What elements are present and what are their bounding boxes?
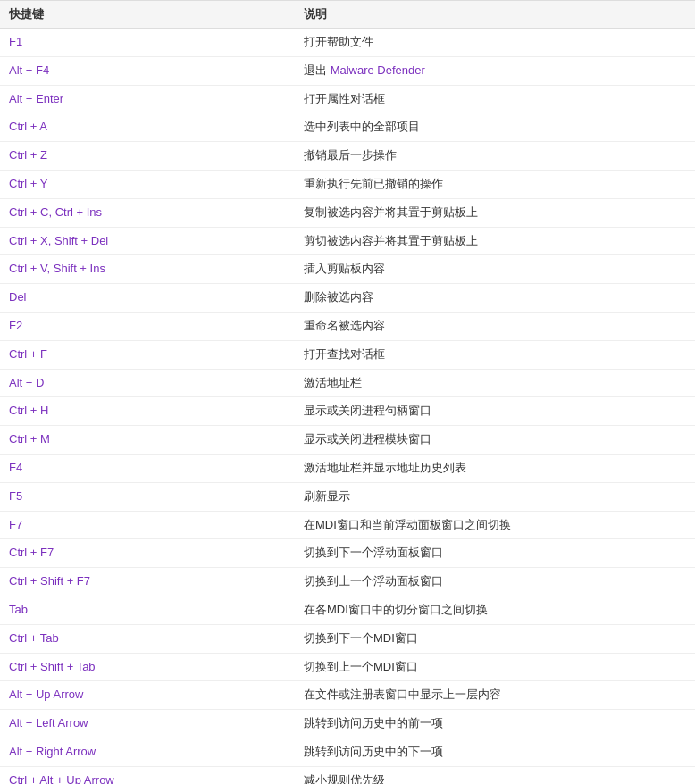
- table-row: Ctrl + Shift + F7切换到上一个浮动面板窗口: [0, 568, 695, 596]
- shortcut-key: Ctrl + C, Ctrl + Ins: [0, 198, 295, 227]
- shortcut-desc: 切换到下一个MDI窗口: [295, 624, 695, 653]
- shortcut-desc: 剪切被选内容并将其置于剪贴板上: [295, 227, 695, 255]
- shortcut-desc: 撤销最后一步操作: [295, 142, 695, 171]
- col-header-key: 快捷键: [0, 1, 295, 29]
- shortcut-key: Alt + Right Arrow: [0, 738, 295, 766]
- shortcut-key: F2: [0, 312, 295, 340]
- table-row: Alt + F4退出 Malware Defender: [0, 56, 695, 85]
- table-row: Tab在各MDI窗口中的切分窗口之间切换: [0, 596, 695, 624]
- shortcut-desc: 跳转到访问历史中的前一项: [295, 710, 695, 738]
- shortcut-key: Alt + D: [0, 369, 295, 397]
- shortcut-desc: 激活地址栏并显示地址历史列表: [295, 454, 695, 482]
- shortcut-desc: 插入剪贴板内容: [295, 255, 695, 284]
- shortcut-desc: 在各MDI窗口中的切分窗口之间切换: [295, 596, 695, 624]
- shortcut-key: F7: [0, 511, 295, 539]
- shortcut-desc: 重命名被选内容: [295, 312, 695, 340]
- shortcut-key: Tab: [0, 596, 295, 624]
- shortcut-key: Ctrl + Tab: [0, 624, 295, 653]
- table-row: Ctrl + Z撤销最后一步操作: [0, 142, 695, 171]
- shortcut-desc: 切换到上一个MDI窗口: [295, 653, 695, 681]
- shortcut-key: Ctrl + Alt + Up Arrow: [0, 766, 295, 784]
- shortcut-desc: 复制被选内容并将其置于剪贴板上: [295, 198, 695, 227]
- shortcut-desc: 刷新显示: [295, 482, 695, 511]
- table-row: Alt + Up Arrow在文件或注册表窗口中显示上一层内容: [0, 681, 695, 710]
- shortcut-table: 快捷键 说明 F1打开帮助文件Alt + F4退出 Malware Defend…: [0, 0, 695, 784]
- shortcut-desc: 打开查找对话框: [295, 340, 695, 369]
- table-row: Alt + D激活地址栏: [0, 369, 695, 397]
- shortcut-desc: 退出 Malware Defender: [295, 56, 695, 85]
- shortcut-key: Ctrl + A: [0, 113, 295, 142]
- table-row: F2重命名被选内容: [0, 312, 695, 340]
- table-row: F4激活地址栏并显示地址历史列表: [0, 454, 695, 482]
- shortcut-desc: 重新执行先前已撤销的操作: [295, 170, 695, 198]
- shortcut-desc: 显示或关闭进程句柄窗口: [295, 397, 695, 426]
- shortcut-key: Ctrl + X, Shift + Del: [0, 227, 295, 255]
- table-row: Ctrl + Y重新执行先前已撤销的操作: [0, 170, 695, 198]
- shortcut-desc: 打开属性对话框: [295, 85, 695, 113]
- table-row: F1打开帮助文件: [0, 29, 695, 57]
- shortcut-key: F5: [0, 482, 295, 511]
- brand-name: Malware Defender: [331, 63, 425, 77]
- table-row: F5刷新显示: [0, 482, 695, 511]
- shortcut-key: Ctrl + Shift + F7: [0, 568, 295, 596]
- shortcut-key: F1: [0, 29, 295, 57]
- table-row: Alt + Left Arrow跳转到访问历史中的前一项: [0, 710, 695, 738]
- shortcut-desc: 显示或关闭进程模块窗口: [295, 426, 695, 455]
- shortcut-desc: 选中列表中的全部项目: [295, 113, 695, 142]
- shortcut-desc: 切换到下一个浮动面板窗口: [295, 539, 695, 568]
- shortcut-key: Ctrl + F7: [0, 539, 295, 568]
- shortcut-key: Ctrl + M: [0, 426, 295, 455]
- shortcut-desc: 切换到上一个浮动面板窗口: [295, 568, 695, 596]
- shortcut-key: Ctrl + H: [0, 397, 295, 426]
- table-row: Ctrl + Alt + Up Arrow减小规则优先级: [0, 766, 695, 784]
- shortcut-key: Del: [0, 284, 295, 313]
- table-row: Ctrl + X, Shift + Del剪切被选内容并将其置于剪贴板上: [0, 227, 695, 255]
- table-row: Ctrl + Shift + Tab切换到上一个MDI窗口: [0, 653, 695, 681]
- shortcut-key: Ctrl + Shift + Tab: [0, 653, 295, 681]
- shortcut-desc: 打开帮助文件: [295, 29, 695, 57]
- shortcut-key: Alt + Enter: [0, 85, 295, 113]
- shortcut-desc: 激活地址栏: [295, 369, 695, 397]
- table-row: Ctrl + Tab切换到下一个MDI窗口: [0, 624, 695, 653]
- shortcut-desc: 在MDI窗口和当前浮动面板窗口之间切换: [295, 511, 695, 539]
- shortcut-key: Alt + F4: [0, 56, 295, 85]
- table-row: F7在MDI窗口和当前浮动面板窗口之间切换: [0, 511, 695, 539]
- shortcut-key: Ctrl + V, Shift + Ins: [0, 255, 295, 284]
- shortcut-key: Ctrl + F: [0, 340, 295, 369]
- shortcut-key: Ctrl + Y: [0, 170, 295, 198]
- shortcut-key: Alt + Up Arrow: [0, 681, 295, 710]
- shortcut-desc: 减小规则优先级: [295, 766, 695, 784]
- shortcut-key: F4: [0, 454, 295, 482]
- table-row: Ctrl + C, Ctrl + Ins复制被选内容并将其置于剪贴板上: [0, 198, 695, 227]
- table-row: Ctrl + H显示或关闭进程句柄窗口: [0, 397, 695, 426]
- table-row: Ctrl + F打开查找对话框: [0, 340, 695, 369]
- table-row: Ctrl + M显示或关闭进程模块窗口: [0, 426, 695, 455]
- table-row: Alt + Right Arrow跳转到访问历史中的下一项: [0, 738, 695, 766]
- table-row: Ctrl + F7切换到下一个浮动面板窗口: [0, 539, 695, 568]
- table-row: Ctrl + A选中列表中的全部项目: [0, 113, 695, 142]
- table-row: Del删除被选内容: [0, 284, 695, 313]
- shortcut-key: Alt + Left Arrow: [0, 710, 295, 738]
- shortcut-desc: 删除被选内容: [295, 284, 695, 313]
- col-header-desc: 说明: [295, 1, 695, 29]
- shortcut-key: Ctrl + Z: [0, 142, 295, 171]
- shortcut-desc: 在文件或注册表窗口中显示上一层内容: [295, 681, 695, 710]
- table-row: Ctrl + V, Shift + Ins插入剪贴板内容: [0, 255, 695, 284]
- table-row: Alt + Enter打开属性对话框: [0, 85, 695, 113]
- shortcut-desc: 跳转到访问历史中的下一项: [295, 738, 695, 766]
